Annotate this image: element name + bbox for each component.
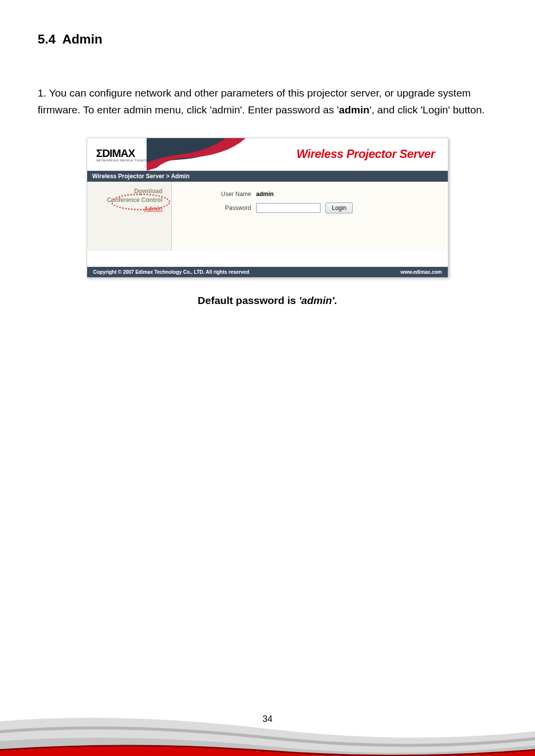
screenshot-footer: Copyright © 2007 Edimax Technology Co., … [87,267,448,277]
sidebar-item-conference-control[interactable]: Conference Control [87,197,162,203]
header-swoosh-graphic [147,138,275,171]
screenshot-header: ΣDIMAX NETWORKING PEOPLE TOGETHER Wirele… [87,138,448,171]
admin-login-screenshot: ΣDIMAX NETWORKING PEOPLE TOGETHER Wirele… [87,138,448,278]
logo-tagline: NETWORKING PEOPLE TOGETHER [96,159,153,162]
logo-main: ΣDIMAX [96,147,135,160]
login-form: User Name admin Password Login [171,182,448,251]
sidebar-item-admin[interactable]: Admin [87,205,162,212]
section-name: Admin [62,32,103,47]
sidebar-nav: Download Conference Control Admin [87,182,171,251]
password-label: Password [182,204,251,211]
product-title: Wireless Projector Server [297,147,435,161]
section-number: 5.4 [38,32,55,47]
breadcrumb: Wireless Projector Server > Admin [87,171,448,182]
edimax-logo: ΣDIMAX NETWORKING PEOPLE TOGETHER [96,147,153,162]
section-title: 5.4 Admin [38,32,497,47]
footer-link[interactable]: www.edimax.com [400,269,442,275]
username-value: admin [256,191,321,198]
instruction-paragraph: 1. You can configure network and other p… [38,85,497,118]
copyright-text: Copyright © 2007 Edimax Technology Co., … [93,269,249,275]
page-number: 34 [0,714,535,724]
password-input[interactable] [256,203,321,213]
screenshot-body: Download Conference Control Admin User N… [87,182,448,251]
username-label: User Name [182,191,251,198]
page-footer-graphic [0,702,535,756]
sidebar-item-download[interactable]: Download [87,188,162,195]
caption: Default password is 'admin'. [38,295,497,306]
login-button[interactable]: Login [325,202,353,213]
